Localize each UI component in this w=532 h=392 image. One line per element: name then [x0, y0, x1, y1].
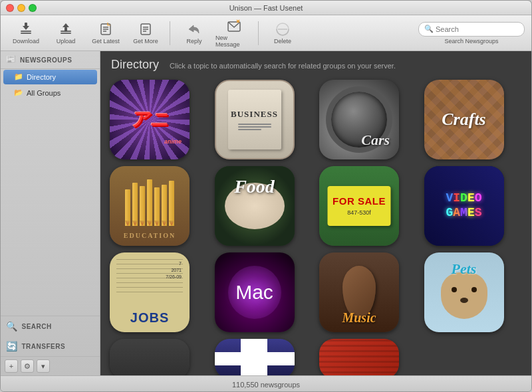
anime-subtext: anime — [164, 138, 182, 145]
anime-text: アニ — [130, 107, 169, 132]
svg-rect-5 — [61, 33, 71, 34]
category-business[interactable]: BUSINESS — [215, 80, 295, 159]
download-icon — [18, 21, 34, 37]
dog-eye-left — [452, 287, 457, 292]
toolbar-separator-1 — [170, 21, 170, 45]
music-text: Music — [319, 310, 399, 326]
svg-marker-6 — [63, 23, 69, 27]
category-grid: アニ anime BUSINESS Cars — [100, 77, 531, 375]
all-groups-icon: 📂 — [14, 88, 23, 98]
sidebar: 📰 NEWSGROUPS 📁 Directory 📂 All Groups 🔍 … — [1, 51, 100, 375]
upload-button[interactable]: Upload — [47, 19, 84, 48]
newsgroups-section: 📰 NEWSGROUPS — [1, 51, 100, 69]
category-cars[interactable]: Cars — [319, 80, 399, 159]
business-card: BUSINESS — [228, 90, 281, 149]
directory-icon: 📁 — [14, 72, 23, 82]
search-input[interactable] — [436, 25, 515, 33]
content-area: Directory Click a topic to automatically… — [100, 51, 531, 375]
newsgroups-icon: 📰 — [6, 54, 17, 65]
sidebar-all-groups-label: All Groups — [27, 89, 61, 97]
business-text: BUSINESS — [231, 109, 278, 120]
newsgroups-section-label: NEWSGROUPS — [20, 56, 72, 64]
reply-label: Reply — [186, 38, 201, 45]
window-title: Unison — Fast Usenet — [229, 4, 303, 12]
transfers-icon: 🔄 — [6, 341, 18, 351]
category-food[interactable]: Food — [215, 166, 295, 246]
get-latest-icon — [98, 21, 114, 37]
maximize-button[interactable] — [29, 4, 37, 12]
status-bar: 110,550 newsgroups — [1, 375, 531, 392]
category-mac[interactable]: Mac — [215, 252, 295, 332]
category-forsale[interactable]: FOR SALE 847-530f — [319, 166, 399, 246]
get-more-button[interactable]: Get More — [127, 19, 164, 48]
delete-icon — [275, 21, 291, 37]
category-pets[interactable]: Pets — [424, 252, 504, 332]
svg-rect-1 — [21, 33, 31, 34]
newsgroups-count: 110,550 newsgroups — [232, 381, 300, 389]
more-button[interactable]: ▾ — [37, 359, 50, 373]
minimize-button[interactable] — [17, 4, 25, 12]
content-title: Directory — [111, 58, 159, 72]
category-education[interactable]: EDUCATION — [110, 166, 190, 246]
download-label: Download — [13, 38, 39, 45]
delete-label: Delete — [274, 38, 291, 45]
flag-stripe-v — [241, 339, 267, 375]
svg-rect-3 — [25, 23, 27, 27]
reply-icon — [186, 21, 202, 37]
sidebar-directory-label: Directory — [27, 73, 56, 81]
category-videogames[interactable]: VIDEO GAMES — [424, 166, 504, 246]
get-latest-label: Get Latest — [92, 38, 120, 45]
upload-label: Upload — [57, 38, 76, 45]
sidebar-search-label: SEARCH — [22, 323, 52, 330]
reply-button[interactable]: Reply — [176, 19, 213, 48]
jobs-lines — [116, 259, 183, 312]
dog-nose — [460, 298, 468, 303]
education-text: EDUCATION — [110, 232, 190, 239]
window-controls[interactable] — [6, 4, 37, 12]
get-more-label: Get More — [133, 38, 158, 45]
sidebar-transfers[interactable]: 🔄 TRANSFERS — [1, 336, 100, 356]
content-header: Directory Click a topic to automatically… — [100, 51, 531, 77]
crafts-text: Crafts — [442, 110, 485, 130]
search-box[interactable]: 🔍 — [418, 22, 525, 37]
new-message-label: New Message — [215, 35, 253, 48]
main-layout: 📰 NEWSGROUPS 📁 Directory 📂 All Groups 🔍 … — [1, 51, 531, 375]
mac-text: Mac — [235, 281, 273, 304]
dog-face — [441, 272, 487, 319]
forsale-sign: FOR SALE 847-530f — [328, 186, 391, 226]
category-misc2[interactable] — [319, 339, 399, 375]
dog-eye-right — [471, 287, 477, 292]
sidebar-item-directory[interactable]: 📁 Directory — [3, 70, 97, 84]
category-music[interactable]: Music — [319, 252, 399, 332]
get-latest-button[interactable]: Get Latest — [87, 19, 124, 48]
close-button[interactable] — [6, 4, 14, 12]
search-newsgroups-label[interactable]: Search Newsgroups — [444, 38, 498, 45]
pets-text: Pets — [424, 260, 504, 278]
search-icon: 🔍 — [424, 25, 434, 33]
new-message-button[interactable]: New Message — [215, 19, 253, 48]
download-button[interactable]: Download — [7, 19, 45, 48]
svg-rect-7 — [65, 27, 67, 32]
category-crafts[interactable]: Crafts — [424, 80, 504, 159]
search-magnifier-icon: 🔍 — [6, 321, 18, 332]
upload-icon — [58, 21, 74, 37]
sidebar-bottom: 🔍 SEARCH 🔄 TRANSFERS — [1, 316, 100, 356]
cars-text: Cars — [361, 132, 390, 149]
videogames-text: VIDEO GAMES — [446, 191, 481, 220]
category-anime[interactable]: アニ anime — [110, 80, 190, 159]
toolbar: Download Upload Get Latest Get More Repl… — [1, 15, 531, 51]
sidebar-search[interactable]: 🔍 SEARCH — [1, 316, 100, 336]
settings-button[interactable]: ⚙ — [21, 359, 34, 373]
category-misc1[interactable] — [110, 339, 190, 375]
content-subtitle: Click a topic to automatically search fo… — [170, 62, 396, 70]
sidebar-item-all-groups[interactable]: 📂 All Groups — [3, 86, 97, 100]
delete-button[interactable]: Delete — [264, 19, 301, 48]
get-more-icon — [138, 21, 154, 37]
category-geo[interactable] — [215, 339, 295, 375]
search-area: 🔍 Search Newsgroups — [418, 22, 525, 45]
forsale-phone: 847-530f — [347, 209, 371, 216]
add-button[interactable]: + — [5, 359, 18, 373]
category-jobs[interactable]: 720717/26-09 JOBS — [110, 252, 190, 332]
food-text: Food — [215, 176, 295, 197]
svg-rect-0 — [21, 31, 31, 32]
